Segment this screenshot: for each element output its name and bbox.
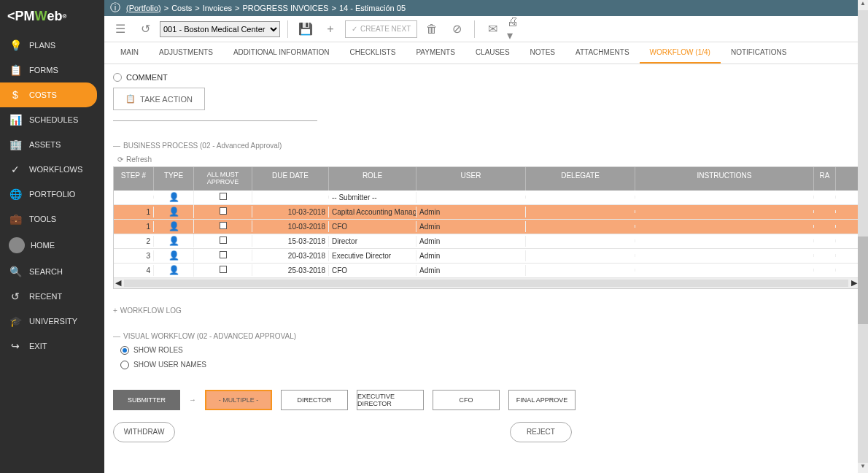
tab-attachments[interactable]: ATTACHMENTS (565, 42, 640, 64)
workflow-log-header[interactable]: + WORKFLOW LOG (113, 307, 859, 315)
workflow-box-final-approve[interactable]: FINAL APPROVE (508, 390, 576, 410)
logo[interactable]: <PMWeb® (0, 0, 104, 33)
expand-icon[interactable]: + (113, 307, 117, 315)
cell-approve[interactable] (194, 220, 252, 232)
reject-button[interactable]: REJECT (510, 422, 572, 442)
checkbox-icon[interactable] (220, 222, 227, 229)
col-approve[interactable]: ALL MUST APPROVE (194, 167, 252, 191)
checkbox-icon[interactable] (220, 266, 227, 273)
cell-approve[interactable] (194, 191, 252, 203)
cell-approve[interactable] (194, 264, 252, 276)
cell-approve[interactable] (194, 235, 252, 247)
sidebar-item-plans[interactable]: 💡PLANS (0, 33, 104, 58)
col-due[interactable]: DUE DATE (252, 167, 329, 191)
cell-step: 3 (114, 250, 154, 261)
show-users-option[interactable]: SHOW USER NAMES (120, 361, 859, 369)
sidebar-item-tools[interactable]: 💼TOOLS (0, 207, 104, 231)
sidebar-item-recent[interactable]: ↺RECENT (0, 284, 104, 309)
sidebar-item-home[interactable]: HOME (0, 231, 104, 259)
table-row[interactable]: 1👤10-03-2018CFOAdmin (114, 220, 859, 234)
show-roles-option[interactable]: SHOW ROLES (120, 346, 859, 355)
breadcrumb-part[interactable]: 14 - Estimación 05 (339, 4, 406, 12)
sidebar-item-assets[interactable]: 🏢ASSETS (0, 132, 104, 157)
checkbox-icon[interactable] (220, 236, 227, 244)
col-instructions[interactable]: INSTRUCTIONS (635, 167, 814, 191)
table-row[interactable]: 👤-- Submitter -- (114, 191, 859, 205)
workflow-box-director[interactable]: DIRECTOR (281, 390, 348, 410)
sidebar-item-costs[interactable]: $COSTS (0, 82, 97, 107)
table-row[interactable]: 1👤10-03-2018Capital Accounting ManageAdm… (114, 205, 859, 220)
scroll-track[interactable] (124, 280, 848, 287)
comment-radio[interactable] (113, 73, 122, 82)
add-icon[interactable]: + (320, 19, 341, 39)
info-icon[interactable]: ⓘ (110, 1, 120, 15)
scroll-up-icon[interactable]: ▲ (858, 0, 868, 10)
cell-role: Capital Accounting Manage (329, 207, 416, 218)
col-user[interactable]: USER (416, 167, 526, 191)
workflow-box-executive-director[interactable]: EXECUTIVE DIRECTOR (357, 390, 424, 410)
refresh-button[interactable]: ⟳ Refresh (113, 153, 156, 166)
radio-unchecked-icon[interactable] (120, 361, 129, 369)
create-next-button[interactable]: ✓CREATE NEXT (345, 20, 417, 38)
col-rank[interactable]: RA (814, 167, 836, 191)
sidebar-item-university[interactable]: 🎓UNIVERSITY (0, 309, 104, 334)
tab-additional-information[interactable]: ADDITIONAL INFORMATION (223, 42, 340, 64)
tab-adjustments[interactable]: ADJUSTMENTS (149, 42, 223, 64)
scroll-right-icon[interactable]: ▶ (851, 278, 857, 288)
tab-workflow-1-4-[interactable]: WORKFLOW (1/4) (640, 42, 721, 64)
sidebar-item-forms[interactable]: 📋FORMS (0, 58, 104, 82)
sidebar-item-schedules[interactable]: 📊SCHEDULES (0, 107, 104, 132)
tabs: MAINADJUSTMENTSADDITIONAL INFORMATIONCHE… (104, 42, 868, 64)
take-action-button[interactable]: 📋 TAKE ACTION (113, 88, 205, 110)
cell-rank (814, 239, 836, 242)
cancel-icon[interactable]: ⊘ (446, 19, 467, 39)
sidebar-item-portfolio[interactable]: 🌐PORTFOLIO (0, 182, 104, 207)
breadcrumb-part[interactable]: Invoices (203, 4, 232, 12)
tab-notes[interactable]: NOTES (520, 42, 565, 64)
col-step[interactable]: STEP # (114, 167, 154, 191)
table-row[interactable]: 3👤20-03-2018Executive DirectorAdmin (114, 249, 859, 264)
checkbox-icon[interactable] (220, 193, 227, 200)
col-type[interactable]: TYPE (154, 167, 194, 191)
tab-checklists[interactable]: CHECKLISTS (340, 42, 406, 64)
checkbox-icon[interactable] (220, 207, 227, 215)
scroll-left-icon[interactable]: ◀ (115, 278, 121, 288)
table-row[interactable]: 2👤15-03-2018DirectorAdmin (114, 234, 859, 249)
radio-checked-icon[interactable] (120, 346, 129, 355)
sidebar-item-workflows[interactable]: ✓WORKFLOWS (0, 157, 104, 182)
project-select[interactable]: 001 - Boston Medical Center - Rockv (160, 21, 280, 37)
col-delegate[interactable]: DELEGATE (526, 167, 635, 191)
sidebar-item-search[interactable]: 🔍SEARCH (0, 259, 104, 284)
delete-icon[interactable]: 🗑 (422, 19, 442, 39)
tab-main[interactable]: MAIN (110, 42, 149, 64)
tab-notifications[interactable]: NOTIFICATIONS (721, 42, 797, 64)
collapse-icon-2[interactable]: — (113, 332, 120, 340)
breadcrumb-part[interactable]: PROGRESS INVOICES (242, 4, 328, 12)
cell-approve[interactable] (194, 206, 252, 218)
tab-clauses[interactable]: CLAUSES (465, 42, 520, 64)
collapse-icon[interactable]: — (113, 142, 120, 150)
checkbox-icon[interactable] (220, 251, 227, 258)
cell-approve[interactable] (194, 250, 252, 261)
undo-icon[interactable]: ↺ (135, 19, 155, 39)
scroll-down-icon[interactable]: ▼ (858, 463, 868, 473)
email-icon[interactable]: ✉ (482, 19, 503, 39)
grid-horizontal-scrollbar[interactable]: ◀ ▶ (114, 278, 859, 288)
table-row[interactable]: 4👤25-03-2018CFOAdmin (114, 264, 859, 278)
tab-payments[interactable]: PAYMENTS (406, 42, 465, 64)
workflow-box--multiple-[interactable]: - MULTIPLE - (205, 390, 272, 410)
print-icon[interactable]: 🖨 ▾ (507, 19, 527, 39)
scroll-track-vertical[interactable] (858, 10, 868, 463)
col-role[interactable]: ROLE (329, 167, 416, 191)
workflow-box-cfo[interactable]: CFO (433, 390, 500, 410)
breadcrumb-part[interactable]: Costs (171, 4, 192, 12)
list-icon[interactable]: ☰ (110, 19, 131, 39)
sidebar-item-exit[interactable]: ↪EXIT (0, 334, 104, 358)
scroll-thumb[interactable] (858, 236, 868, 324)
sidebar-item-label: PORTFOLIO (29, 190, 75, 199)
save-icon[interactable]: 💾 (295, 19, 316, 39)
breadcrumb-root[interactable]: (Portfolio) (126, 4, 161, 12)
vertical-scrollbar[interactable]: ▲ ▼ (858, 0, 868, 473)
workflow-box-submitter[interactable]: SUBMITTER (113, 390, 180, 410)
withdraw-button[interactable]: WITHDRAW (113, 422, 175, 442)
